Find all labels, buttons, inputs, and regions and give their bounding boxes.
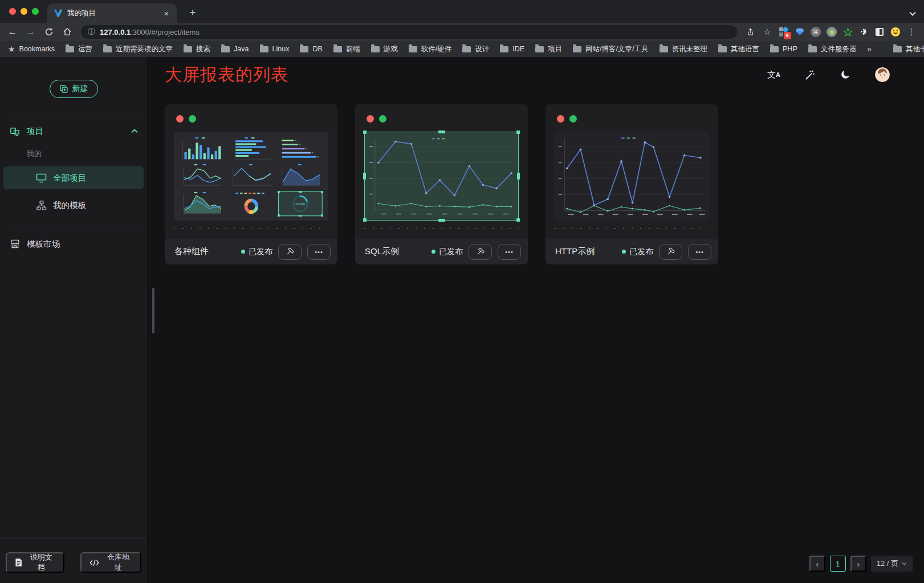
edit-hammer-button[interactable] [469, 244, 492, 260]
address-bar[interactable]: ⓘ 127.0.0.1:3000/#/project/items [81, 25, 737, 39]
bookmark-folder[interactable]: 其他语言 [718, 44, 759, 54]
bookmark-folder[interactable]: IDE [500, 45, 524, 53]
http-line-chart [555, 132, 709, 221]
project-card[interactable]: HTTP示例 已发布 ••• [546, 104, 718, 264]
star-filled-icon: ★ [8, 44, 15, 54]
bookmark-folder[interactable]: PHP [770, 45, 797, 53]
recorder-extension-icon[interactable] [825, 25, 838, 39]
command-extension-icon[interactable]: ⌘ [809, 25, 823, 39]
bookmark-folder[interactable]: 近期需要读的文章 [103, 44, 173, 54]
status-dot [432, 250, 435, 254]
tab-search-icon[interactable] [909, 8, 916, 18]
folder-icon [184, 46, 192, 52]
bookmark-folder[interactable]: 项目 [535, 44, 562, 54]
sidebar-item-all-projects[interactable]: 全部项目 [3, 166, 144, 189]
card-red-dot [176, 115, 184, 123]
card-footer: 各种组件 已发布 ••• [165, 239, 337, 264]
reload-icon[interactable] [41, 25, 57, 39]
docs-button[interactable]: 说明文档 [6, 552, 64, 573]
bookmark-folder[interactable]: Linux [260, 45, 290, 53]
star-extension-icon[interactable] [841, 25, 854, 39]
bookmarks-manager-item[interactable]: ★Bookmarks [8, 44, 55, 54]
back-icon[interactable]: ← [5, 25, 21, 39]
url-path: :3000/#/project/items [131, 28, 200, 36]
bookmark-folder[interactable]: 网站/博客/文章/工具 [573, 44, 648, 54]
bookmark-folder[interactable]: Java [221, 45, 249, 53]
sidebar-sublabel-mine: 我的 [27, 149, 147, 159]
template-icon [36, 200, 47, 211]
folder-icon [409, 46, 417, 52]
bookmark-folder[interactable]: 软件/硬件 [409, 44, 451, 54]
emoji-extension-icon[interactable] [889, 25, 902, 39]
repo-button[interactable]: 仓库地址 [80, 552, 141, 573]
project-card[interactable]: 25.00% 各种组件 已发布 ••• [165, 104, 337, 264]
status-badge: 已发布 [432, 247, 463, 257]
card-footer: SQL示例 已发布 ••• [355, 239, 528, 264]
other-bookmarks-folder[interactable]: 其他书签 [893, 44, 924, 54]
bookmark-star-icon[interactable]: ☆ [760, 25, 775, 39]
window-minimize-button[interactable] [21, 8, 27, 15]
status-badge: 已发布 [241, 247, 272, 257]
code-icon [89, 559, 99, 566]
bookmark-folder[interactable]: 文件服务器 [808, 44, 857, 54]
monitor-icon [36, 173, 47, 183]
bookmark-folder[interactable]: 资讯未整理 [660, 44, 708, 54]
folder-icon [500, 46, 508, 52]
projects-icon [10, 126, 21, 137]
sidebar-group-projects[interactable]: 项目 [10, 123, 138, 140]
browser-menu-icon[interactable]: ⋮ [905, 25, 918, 39]
bookmark-folder[interactable]: DB [300, 45, 322, 53]
folder-icon [260, 46, 268, 52]
card-green-dot [189, 115, 196, 123]
folder-icon [808, 46, 817, 52]
user-avatar[interactable] [875, 67, 890, 82]
chevron-up-icon[interactable] [131, 129, 138, 133]
more-actions-button[interactable]: ••• [498, 244, 521, 260]
site-info-icon[interactable]: ⓘ [88, 27, 95, 37]
darkreader-extension-icon[interactable] [873, 25, 886, 39]
card-red-dot [557, 115, 564, 123]
bookmark-folder[interactable]: 前端 [333, 44, 360, 54]
bookmark-folder[interactable]: 游戏 [371, 44, 398, 54]
page-size-select[interactable]: 12 / 页 [871, 556, 913, 572]
scrollbar-thumb[interactable] [152, 288, 154, 333]
magic-wand-icon[interactable] [804, 69, 816, 80]
card-green-dot [569, 115, 577, 123]
bookmarks-overflow-icon[interactable]: » [867, 44, 872, 54]
next-page-button[interactable]: › [850, 556, 866, 572]
new-icon [59, 84, 68, 93]
bookmark-folder[interactable]: 运营 [66, 44, 92, 54]
window-close-button[interactable] [9, 8, 16, 15]
card-footer: HTTP示例 已发布 ••• [546, 239, 718, 264]
mini-hbar-chart [229, 136, 274, 161]
extensions-puzzle-icon[interactable] [857, 25, 870, 39]
window-zoom-button[interactable] [32, 8, 39, 15]
more-actions-button[interactable]: ••• [307, 244, 331, 260]
edit-hammer-button[interactable] [659, 244, 682, 260]
new-tab-button[interactable]: + [186, 6, 200, 19]
home-icon[interactable] [59, 25, 75, 39]
edit-hammer-button[interactable] [278, 244, 302, 260]
sidebar-item-template-market[interactable]: 模板市场 [10, 235, 138, 252]
dark-mode-moon-icon[interactable] [840, 69, 851, 80]
sidebar-item-my-templates[interactable]: 我的模板 [3, 194, 144, 217]
document-icon [15, 558, 22, 567]
prev-page-button[interactable]: ‹ [809, 556, 825, 572]
language-icon[interactable]: 文A [767, 70, 780, 80]
new-project-button[interactable]: 新建 [50, 80, 98, 98]
sidebar: 新建 项目 我的 全部项目 我 [0, 57, 148, 583]
share-icon[interactable] [743, 25, 758, 39]
forward-icon[interactable]: → [23, 25, 39, 39]
page-header: 大屏报表的列表 文A [165, 57, 924, 92]
window-controls [0, 0, 47, 23]
tab-groups-extension-icon[interactable]: 9 [777, 25, 791, 39]
browser-tab[interactable]: 我的项目 × [47, 3, 177, 23]
bookmark-folder[interactable]: 设计 [462, 44, 489, 54]
bookmark-folder[interactable]: 搜索 [184, 44, 210, 54]
more-actions-button[interactable]: ••• [688, 244, 711, 260]
tab-close-icon[interactable]: × [162, 9, 171, 18]
project-card[interactable]: SQL示例 已发布 ••• [355, 104, 528, 264]
gem-extension-icon[interactable] [793, 25, 807, 39]
current-page-button[interactable]: 1 [830, 556, 846, 572]
mini-gauge-selected: 25.00% [278, 191, 323, 217]
